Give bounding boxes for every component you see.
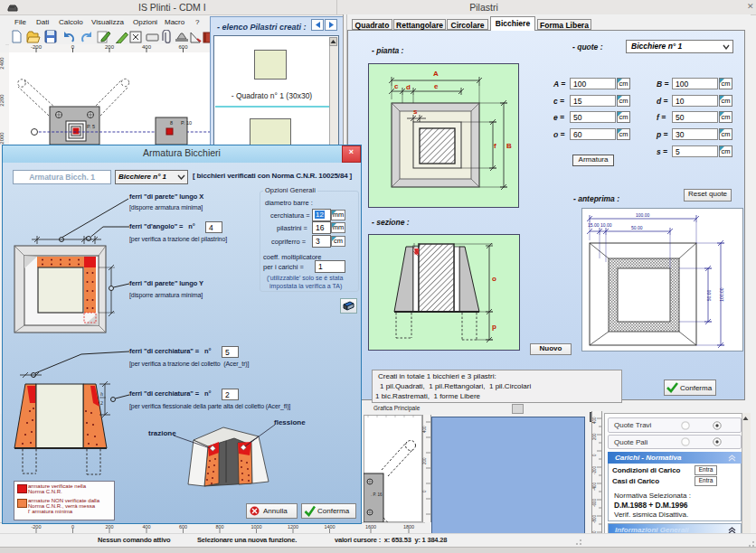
- svg-text:400: 400: [422, 426, 427, 433]
- svg-text:h: h: [100, 391, 103, 397]
- svg-text:2000: 2000: [0, 132, 5, 145]
- svg-text:0: 0: [592, 454, 597, 456]
- svg-text:d: d: [406, 83, 411, 91]
- svg-text:0: 0: [71, 524, 74, 530]
- svg-text:400: 400: [142, 44, 152, 50]
- svg-text:50.00: 50.00: [631, 225, 643, 230]
- svg-text:100.00: 100.00: [636, 212, 650, 218]
- svg-text:o: o: [492, 275, 496, 283]
- svg-text:50.00: 50.00: [706, 290, 712, 302]
- svg-text:-800: -800: [592, 514, 597, 523]
- svg-text:1200: 1200: [288, 524, 298, 530]
- svg-text:600: 600: [178, 44, 188, 50]
- svg-text:0: 0: [71, 44, 75, 50]
- svg-text:2200: 2200: [0, 94, 5, 107]
- svg-text:-200: -200: [31, 524, 41, 530]
- svg-text:f: f: [494, 142, 496, 150]
- svg-text:1000: 1000: [250, 524, 261, 530]
- svg-text:2: 2: [100, 400, 103, 406]
- svg-text:0: 0: [422, 490, 427, 492]
- svg-text:-400: -400: [592, 482, 597, 491]
- svg-text:p: p: [492, 323, 496, 331]
- svg-text:10.00: 10.00: [600, 222, 612, 228]
- svg-text:P. 5: P. 5: [87, 124, 95, 129]
- svg-text:800: 800: [215, 524, 223, 530]
- svg-text:1400: 1400: [324, 524, 335, 530]
- svg-text:c: c: [394, 82, 399, 90]
- svg-text:1800: 1800: [403, 524, 414, 530]
- svg-text:-200: -200: [592, 465, 597, 474]
- svg-text:200: 200: [105, 524, 113, 530]
- svg-text:200: 200: [592, 433, 597, 440]
- svg-text:200: 200: [422, 457, 427, 464]
- svg-text:400: 400: [592, 417, 597, 424]
- svg-text:100.00: 100.00: [719, 287, 724, 302]
- svg-text:A: A: [433, 70, 439, 78]
- svg-text:400: 400: [142, 524, 150, 530]
- svg-text:e: e: [434, 82, 439, 90]
- svg-text:-200: -200: [31, 44, 43, 50]
- svg-text:15.00: 15.00: [588, 222, 600, 228]
- svg-text:-600: -600: [592, 498, 597, 507]
- svg-text:B: B: [506, 142, 512, 150]
- svg-text:8: 8: [170, 120, 173, 126]
- svg-text:600: 600: [179, 524, 187, 530]
- svg-text:P. 10: P. 10: [181, 120, 192, 126]
- svg-text:200: 200: [105, 44, 115, 50]
- svg-text:. P. 16: . P. 16: [371, 492, 383, 497]
- svg-text:2400: 2400: [0, 57, 5, 70]
- svg-text:1600: 1600: [365, 524, 376, 530]
- svg-text:s: s: [413, 108, 418, 116]
